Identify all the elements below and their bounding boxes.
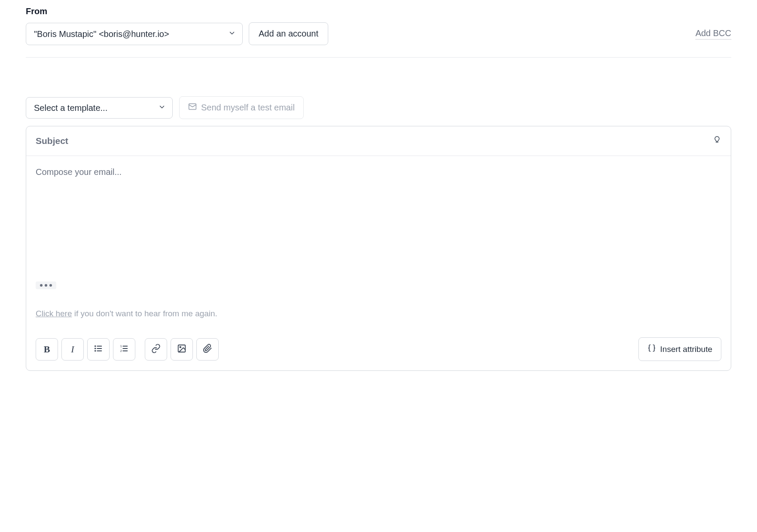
italic-icon: I <box>71 344 74 355</box>
paperclip-icon <box>203 344 212 355</box>
expand-signature-button[interactable] <box>36 281 56 289</box>
lightbulb-icon[interactable] <box>713 136 721 146</box>
bullet-list-button[interactable] <box>87 338 110 361</box>
svg-point-5 <box>95 351 96 352</box>
from-select-wrapper: "Boris Mustapic" <boris@hunter.io> <box>26 23 243 45</box>
svg-point-3 <box>95 348 96 349</box>
unsubscribe-tail: if you don't want to hear from me again. <box>72 309 217 318</box>
divider <box>26 57 731 58</box>
send-test-email-button[interactable]: Send myself a test email <box>179 96 304 119</box>
image-button[interactable] <box>171 338 193 361</box>
italic-button[interactable]: I <box>61 338 84 361</box>
numbered-list-icon: 12 <box>119 344 129 355</box>
numbered-list-button[interactable]: 12 <box>113 338 135 361</box>
subject-row <box>26 126 731 156</box>
add-bcc-link[interactable]: Add BCC <box>696 28 731 40</box>
bold-button[interactable]: B <box>36 338 58 361</box>
email-editor: Click here if you don't want to hear fro… <box>26 126 731 371</box>
template-select-wrapper: Select a template... <box>26 97 173 119</box>
bullet-list-icon <box>94 344 103 355</box>
attachment-button[interactable] <box>196 338 219 361</box>
insert-attribute-label: Insert attribute <box>660 345 712 354</box>
link-icon <box>151 344 161 355</box>
envelope-icon <box>188 102 197 113</box>
template-select[interactable]: Select a template... <box>26 97 173 119</box>
editor-toolbar: B I 12 <box>36 337 721 361</box>
svg-point-1 <box>95 346 96 347</box>
template-row: Select a template... Send myself a test … <box>26 96 731 119</box>
bold-icon: B <box>44 344 50 355</box>
compose-area: Click here if you don't want to hear fro… <box>26 156 731 370</box>
svg-text:1: 1 <box>120 344 122 348</box>
insert-attribute-button[interactable]: Insert attribute <box>638 337 721 361</box>
image-icon <box>177 344 186 355</box>
braces-icon <box>647 344 656 355</box>
add-account-button[interactable]: Add an account <box>249 22 328 45</box>
from-row: "Boris Mustapic" <boris@hunter.io> Add a… <box>26 22 731 45</box>
from-account-select[interactable]: "Boris Mustapic" <boris@hunter.io> <box>26 23 243 45</box>
link-button[interactable] <box>145 338 167 361</box>
unsubscribe-link[interactable]: Click here <box>36 309 72 318</box>
unsubscribe-line: Click here if you don't want to hear fro… <box>36 309 721 318</box>
from-label: From <box>26 6 731 16</box>
svg-text:2: 2 <box>120 349 122 353</box>
compose-textarea[interactable] <box>36 167 721 279</box>
svg-point-13 <box>180 346 181 348</box>
send-test-email-label: Send myself a test email <box>201 103 295 113</box>
subject-input[interactable] <box>36 136 713 146</box>
